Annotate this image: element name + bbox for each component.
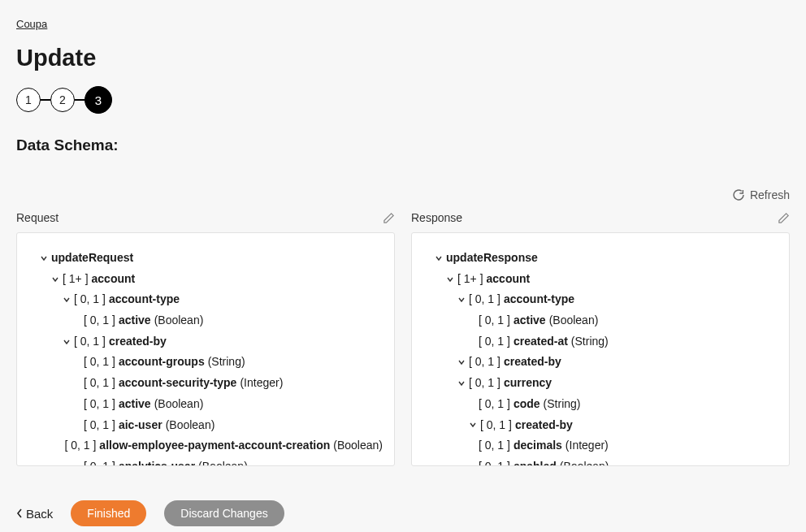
tree-node[interactable]: [ 1+ ]account	[423, 269, 778, 290]
cardinality-label: [ 0, 1 ]	[469, 353, 500, 371]
field-type: (Integer)	[240, 374, 283, 392]
cardinality-label: [ 0, 1 ]	[469, 291, 500, 309]
edit-response-button[interactable]	[778, 212, 790, 224]
tree-node[interactable]: updateRequest	[28, 248, 383, 269]
response-column: Response updateResponse[ 1+ ]account[ 0,…	[411, 206, 790, 466]
chevron-down-icon[interactable]	[444, 275, 456, 283]
tree-node[interactable]: [ 0, 1 ]created-by	[423, 352, 778, 373]
cardinality-label: [ 0, 1 ]	[469, 374, 500, 392]
cardinality-label: [ 0, 1 ]	[84, 353, 115, 371]
tree-node: [ 0, 1 ]allow-employee-payment-account-c…	[28, 435, 383, 456]
step-connector	[41, 99, 50, 101]
finished-button[interactable]: Finished	[71, 500, 146, 526]
chevron-down-icon[interactable]	[433, 254, 444, 262]
tree-node: [ 0, 1 ]active(Boolean)	[28, 310, 383, 331]
chevron-down-icon[interactable]	[467, 421, 479, 429]
field-name: active	[119, 396, 151, 413]
field-name: code	[514, 396, 540, 413]
field-name: account-type	[504, 291, 574, 309]
cardinality-label: [ 0, 1 ]	[84, 396, 115, 413]
cardinality-label: [ 0, 1 ]	[84, 374, 115, 392]
field-type: (String)	[544, 396, 581, 413]
chevron-down-icon[interactable]	[61, 296, 72, 304]
field-type: (Boolean)	[154, 312, 204, 330]
cardinality-label: [ 0, 1 ]	[84, 458, 115, 466]
step-2[interactable]: 2	[50, 88, 75, 112]
chevron-down-icon[interactable]	[456, 296, 467, 304]
tree-node[interactable]: updateResponse	[423, 248, 778, 269]
field-name: created-by	[504, 353, 561, 371]
footer: Back Finished Discard Changes	[16, 500, 790, 526]
field-type: (Boolean)	[154, 396, 204, 413]
cardinality-label: [ 1+ ]	[457, 270, 483, 288]
tree-node: [ 0, 1 ]active(Boolean)	[28, 394, 383, 415]
field-name: account-security-type	[119, 374, 236, 392]
field-type: (String)	[571, 333, 609, 351]
refresh-icon	[732, 188, 745, 201]
page-title: Update	[16, 45, 790, 71]
tree-node[interactable]: [ 0, 1 ]created-by	[28, 331, 383, 353]
cardinality-label: [ 0, 1 ]	[479, 396, 510, 413]
tree-node[interactable]: [ 0, 1 ]account-type	[28, 289, 383, 310]
chevron-down-icon[interactable]	[38, 254, 50, 262]
field-type: (Boolean)	[198, 458, 248, 466]
refresh-button[interactable]: Refresh	[732, 187, 790, 203]
edit-request-button[interactable]	[383, 212, 395, 224]
cardinality-label: [ 0, 1 ]	[64, 437, 96, 455]
tree-node[interactable]: [ 0, 1 ]currency	[423, 373, 778, 394]
tree-node[interactable]: [ 1+ ]account	[28, 269, 383, 290]
tree-node: [ 0, 1 ]active(Boolean)	[423, 310, 778, 331]
section-title: Data Schema:	[16, 136, 790, 154]
tree-node: [ 0, 1 ]analytics-user(Boolean)	[28, 456, 383, 466]
tree-node: [ 0, 1 ]account-security-type(Integer)	[28, 373, 383, 394]
chevron-down-icon[interactable]	[50, 275, 61, 283]
breadcrumb[interactable]: Coupa	[16, 18, 47, 30]
field-type: (String)	[208, 353, 245, 371]
field-name: account-groups	[119, 353, 205, 371]
cardinality-label: [ 0, 1 ]	[480, 417, 512, 435]
cardinality-label: [ 0, 1 ]	[84, 417, 115, 435]
request-column: Request updateRequest[ 1+ ]account[ 0, 1…	[16, 206, 395, 466]
field-name: created-by	[109, 333, 167, 351]
cardinality-label: [ 0, 1 ]	[84, 312, 115, 330]
step-1[interactable]: 1	[16, 88, 41, 112]
back-label: Back	[26, 507, 53, 521]
tree-node: [ 0, 1 ]aic-user(Boolean)	[28, 415, 383, 436]
field-name: decimals	[514, 437, 562, 455]
step-3[interactable]: 3	[84, 86, 112, 114]
field-name: analytics-user	[119, 458, 195, 466]
cardinality-label: [ 0, 1 ]	[479, 458, 510, 466]
field-name: active	[514, 312, 546, 330]
discard-button[interactable]: Discard Changes	[164, 500, 284, 526]
tree-node: [ 0, 1 ]created-at(String)	[423, 331, 778, 353]
tree-node: [ 0, 1 ]decimals(Integer)	[423, 435, 778, 456]
response-panel: updateResponse[ 1+ ]account[ 0, 1 ]accou…	[411, 232, 790, 466]
field-name: active	[119, 312, 151, 330]
cardinality-label: [ 0, 1 ]	[479, 312, 510, 330]
tree-node: [ 0, 1 ]account-groups(String)	[28, 352, 383, 373]
step-connector	[75, 99, 84, 101]
request-label: Request	[16, 211, 58, 224]
chevron-left-icon	[16, 507, 23, 521]
field-name: created-by	[515, 417, 573, 435]
back-button[interactable]: Back	[16, 507, 53, 521]
response-label: Response	[411, 211, 462, 224]
request-panel: updateRequest[ 1+ ]account[ 0, 1 ]accoun…	[16, 232, 395, 466]
tree-node[interactable]: [ 0, 1 ]created-by	[423, 415, 778, 436]
chevron-down-icon[interactable]	[456, 358, 467, 366]
tree-node: [ 0, 1 ]code(String)	[423, 394, 778, 415]
cardinality-label: [ 0, 1 ]	[74, 291, 106, 309]
tree-node[interactable]: [ 0, 1 ]account-type	[423, 289, 778, 310]
field-name: account	[92, 270, 136, 288]
field-type: (Boolean)	[560, 458, 609, 466]
chevron-down-icon[interactable]	[61, 338, 72, 346]
cardinality-label: [ 1+ ]	[63, 270, 89, 288]
field-name: updateRequest	[51, 249, 133, 267]
field-name: aic-user	[119, 417, 162, 435]
field-type: (Boolean)	[549, 312, 599, 330]
tree-node: [ 0, 1 ]enabled(Boolean)	[423, 456, 778, 466]
chevron-down-icon[interactable]	[456, 379, 467, 387]
cardinality-label: [ 0, 1 ]	[479, 437, 510, 455]
cardinality-label: [ 0, 1 ]	[74, 333, 106, 351]
field-type: (Boolean)	[166, 417, 215, 435]
